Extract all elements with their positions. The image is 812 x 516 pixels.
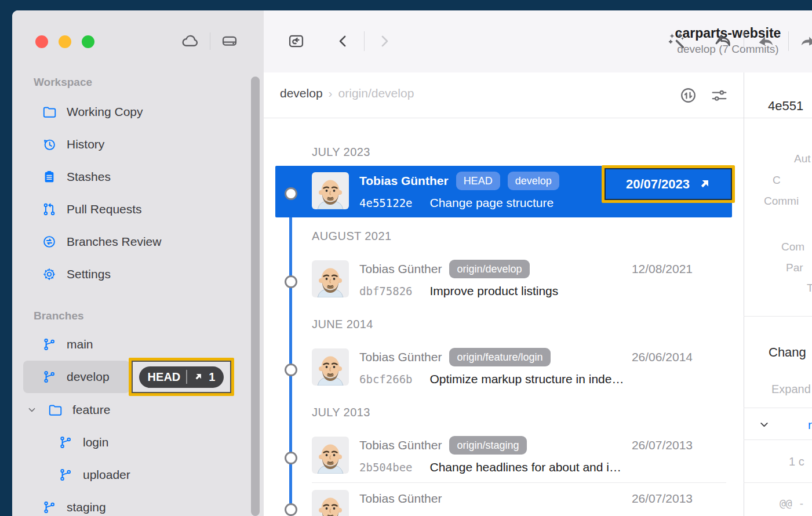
changed-file-name[interactable]: r	[808, 418, 812, 432]
head-badge-divider	[186, 370, 187, 384]
folder-icon	[42, 104, 57, 119]
pull-curved-arrow-icon[interactable]	[755, 31, 776, 51]
open-working-copy-button[interactable]	[287, 32, 305, 50]
git-branch-icon	[58, 435, 73, 450]
branch-badge: origin/staging	[449, 436, 526, 455]
compare-circle-icon[interactable]	[679, 86, 698, 105]
commit-group-header: JULY 2023	[312, 146, 370, 159]
close-window-button[interactable]	[35, 35, 48, 48]
detail-commit-hash: 4e551	[768, 99, 803, 114]
sidebar-item-label: Branches Review	[67, 235, 161, 249]
commit-message: Optimize markup structure in inde…	[430, 372, 624, 386]
git-branch-icon	[42, 500, 57, 515]
gear-icon	[42, 267, 57, 282]
commit-row[interactable]: Tobias Günther26/07/20139823dbbbAdd simp…	[275, 484, 732, 516]
history-forward-button[interactable]	[376, 32, 393, 50]
commit-graph-node	[285, 275, 297, 288]
commit-row-line1: Tobias Güntherorigin/develop12/08/2021	[359, 259, 693, 279]
sidebar-branch-main[interactable]: main	[12, 328, 250, 361]
commit-message: Change headlines for about and i…	[430, 460, 621, 474]
sidebar-item-label: History	[67, 137, 104, 151]
commit-author: Tobias Günther	[359, 492, 442, 506]
commit-message: Improve product listings	[430, 284, 559, 298]
sidebar-branch-label: develop	[67, 370, 110, 384]
expand-all-button[interactable]: Expand	[771, 383, 811, 396]
ne-arrow-icon	[193, 372, 203, 382]
commit-row-line2: 9823dbbbAdd simple product structure	[359, 512, 585, 516]
cloud-icon[interactable]	[180, 31, 200, 51]
quick-actions-wand-icon[interactable]	[667, 31, 687, 51]
sidebar-branch-login[interactable]: login	[12, 426, 250, 459]
chevron-down-icon[interactable]	[26, 404, 38, 416]
sidebar-item-stashes[interactable]: Stashes	[12, 161, 250, 193]
commit-row-line1: Tobias Güntherorigin/feature/login..26/0…	[359, 347, 693, 367]
history-back-button[interactable]	[334, 32, 352, 50]
git-branch-icon	[42, 369, 57, 384]
detail-meta-label: C	[773, 174, 781, 187]
panel-divider	[744, 439, 812, 440]
branch-badge: origin/develop	[449, 260, 529, 278]
branch-badge: ...	[534, 436, 555, 455]
sidebar-branch-label: uploader	[83, 468, 130, 482]
chevron-down-icon[interactable]	[758, 418, 771, 431]
drive-icon[interactable]	[220, 32, 239, 50]
commit-row[interactable]: Tobias Güntherorigin/develop12/08/2021db…	[275, 254, 732, 306]
push-curved-arrow-icon[interactable]	[798, 31, 812, 51]
sidebar-item-label: Pull Requests	[67, 202, 142, 216]
avatar	[312, 348, 349, 386]
sidebar-branch-staging[interactable]: staging	[12, 491, 250, 516]
detail-meta-label: T	[807, 282, 812, 295]
sidebar-item-working-copy[interactable]: Working Copy	[12, 96, 250, 128]
commit-group-header: AUGUST 2021	[312, 230, 391, 243]
commit-graph-node	[285, 503, 297, 516]
history-clock-icon	[42, 137, 57, 152]
sidebar-item-branches-review[interactable]: Branches Review	[12, 226, 250, 258]
sidebar-branch-uploader[interactable]: uploader	[12, 459, 250, 491]
commit-hash: 4e55122e	[359, 197, 413, 209]
detail-meta-label: Com	[781, 241, 804, 253]
branch-badge: origin/feature/login	[449, 348, 550, 366]
sidebar-branch-label: login	[83, 435, 108, 449]
panel-divider	[744, 482, 812, 483]
commit-row[interactable]: Tobias Güntherorigin/feature/login..26/0…	[275, 342, 732, 394]
commit-date: 12/08/2021	[632, 262, 693, 276]
sidebar-item-pull-requests[interactable]: Pull Requests	[12, 193, 250, 226]
commit-message: Add simple product structure	[430, 514, 585, 516]
commit-author: Tobias Günther	[359, 350, 442, 364]
commit-row-line2: 6bcf266bOptimize markup structure in ind…	[359, 370, 624, 388]
commit-author: Tobias Günther	[359, 174, 449, 188]
zoom-window-button[interactable]	[82, 35, 94, 48]
filter-sliders-icon[interactable]	[710, 86, 729, 105]
sidebar-branch-feature[interactable]: feature	[12, 394, 250, 426]
branches-review-icon	[42, 234, 57, 249]
undo-outline-arrow-icon[interactable]	[712, 31, 733, 51]
breadcrumb-remote[interactable]: origin/develop	[338, 86, 414, 100]
commit-row-line1: Tobias Güntherorigin/staging...26/07/201…	[359, 435, 693, 455]
breadcrumb-separator: ›	[323, 86, 338, 100]
detail-changes-heading: Chang	[769, 345, 806, 360]
sidebar-branch-label: staging	[67, 500, 106, 514]
avatar	[312, 490, 349, 516]
ne-arrow-icon	[698, 178, 711, 191]
head-badge-label: HEAD	[148, 370, 181, 384]
git-branch-icon	[42, 337, 57, 352]
commit-date: 26/06/2014	[632, 350, 693, 364]
sidebar-scrollbar[interactable]	[251, 77, 260, 516]
sidebar-item-history[interactable]: History	[12, 128, 250, 161]
commit-author: Tobias Günther	[359, 438, 442, 452]
minimize-window-button[interactable]	[59, 35, 71, 48]
branch-badge: HEAD	[456, 172, 500, 190]
diff-stat-summary: 1 c	[789, 455, 804, 468]
commit-row[interactable]: Tobias Güntherorigin/staging...26/07/201…	[275, 430, 732, 482]
sidebar-item-label: Stashes	[67, 170, 111, 184]
avatar	[312, 260, 349, 297]
breadcrumb-branch[interactable]: develop	[280, 86, 323, 100]
avatar	[312, 437, 349, 474]
sidebar-item-label: Settings	[67, 267, 111, 281]
sidebar-item-settings[interactable]: Settings	[12, 258, 250, 290]
detail-meta-label: Aut	[794, 152, 811, 165]
commit-hash: dbf75826	[359, 285, 413, 297]
sidebar-item-label: Working Copy	[67, 105, 143, 119]
panel-divider	[744, 408, 812, 408]
sidebar-section-branches: Branches	[34, 310, 84, 322]
